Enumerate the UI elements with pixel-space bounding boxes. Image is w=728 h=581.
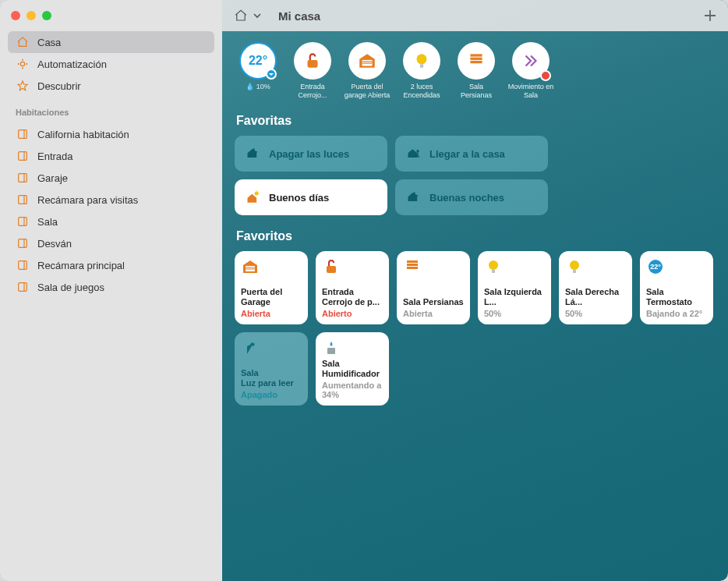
sidebar-section-rooms: Habitaciones <box>0 97 222 120</box>
minimize-window-button[interactable] <box>27 11 36 20</box>
home-selector[interactable] <box>233 9 261 23</box>
sidebar-room-item[interactable]: California habitación <box>8 123 214 145</box>
sidebar-room-item[interactable]: Recámara principal <box>8 254 214 276</box>
page-title: Mi casa <box>278 9 320 23</box>
status-chip[interactable]: Movimiento en Sala <box>507 42 554 100</box>
bulb-icon <box>565 257 626 278</box>
accessory-status: Abierto <box>322 309 383 318</box>
room-icon <box>16 193 30 207</box>
svg-point-20 <box>416 150 419 152</box>
blinds-icon <box>458 42 495 80</box>
svg-rect-36 <box>327 348 335 354</box>
status-chip[interactable]: Puerta del garage Abierta <box>344 42 391 100</box>
accessory-status: Bajando a 22° <box>646 309 707 318</box>
scene-label: Llegar a la casa <box>429 148 505 160</box>
sidebar-rooms: California habitaciónEntradaGarajeRecáma… <box>0 120 222 298</box>
lamp-icon <box>241 338 302 359</box>
scene-button[interactable]: Llegar a la casa <box>395 136 548 172</box>
window-traffic-lights <box>0 0 222 28</box>
motion-icon <box>512 42 550 80</box>
scene-icon <box>406 146 422 161</box>
svg-rect-28 <box>407 264 418 266</box>
sidebar-item-label: Sala <box>37 216 58 228</box>
accessory-tile[interactable]: 22°Sala TermostatoBajando a 22° <box>640 251 713 324</box>
sidebar-room-item[interactable]: Sala de juegos <box>8 276 214 298</box>
sidebar-item-label: Casa <box>37 37 61 48</box>
sidebar-room-item[interactable]: Recámara para visitas <box>8 189 214 211</box>
scene-button[interactable]: Buenos días <box>235 179 387 215</box>
thermo-icon: 22° <box>646 257 707 278</box>
sidebar-room-item[interactable]: Sala <box>8 211 214 232</box>
sidebar-item-label: Recámara para visitas <box>37 194 138 206</box>
svg-rect-5 <box>19 130 27 139</box>
sidebar-item-descubrir[interactable]: Descubrir <box>8 75 214 97</box>
sidebar-item-automatización[interactable]: Automatización <box>8 53 214 75</box>
auto-icon <box>16 57 30 71</box>
accessory-tile[interactable]: SalaLuz para leerApagado <box>235 332 308 406</box>
status-chip-label: Puerta del garage Abierta <box>344 83 391 100</box>
sidebar-item-casa[interactable]: Casa <box>8 31 214 53</box>
content: 22°💧 10%Entrada Cerrojo... AbiertoPuerta… <box>222 31 728 416</box>
sidebar-room-item[interactable]: Entrada <box>8 145 214 167</box>
garage-icon <box>348 42 386 80</box>
favorites-grid: Puerta del GarageAbiertaEntrada Cerrojo … <box>235 251 716 406</box>
scene-label: Buenos días <box>269 192 329 204</box>
accessory-status: 50% <box>565 309 626 318</box>
accessory-status: Aumentando a 34% <box>322 381 383 399</box>
svg-rect-11 <box>19 261 27 270</box>
bulb-icon <box>484 257 545 278</box>
close-window-button[interactable] <box>11 11 20 20</box>
accessory-tile[interactable]: Puerta del GarageAbierta <box>235 251 308 324</box>
app-window: CasaAutomatizaciónDescubrir Habitaciones… <box>0 0 728 581</box>
sidebar: CasaAutomatizaciónDescubrir Habitaciones… <box>0 0 222 581</box>
svg-text:22°: 22° <box>650 263 661 271</box>
accessory-status: 50% <box>484 309 545 318</box>
svg-point-1 <box>22 59 23 61</box>
scene-button[interactable]: Apagar las luces <box>235 136 387 172</box>
svg-point-32 <box>570 260 579 270</box>
home-icon <box>16 35 30 49</box>
accessory-name: Entrada Cerrojo de p... <box>322 287 383 307</box>
scene-label: Buenas noches <box>429 192 504 204</box>
blinds-icon <box>403 257 464 278</box>
scenes-header: Favoritas <box>236 114 716 128</box>
accessory-tile[interactable]: Entrada Cerrojo de p...Abierto <box>316 251 389 324</box>
add-button[interactable] <box>703 9 717 23</box>
scene-label: Apagar las luces <box>269 148 349 160</box>
status-chip[interactable]: Sala Persianas Abierta <box>453 42 500 100</box>
sidebar-item-label: California habitación <box>37 129 129 140</box>
svg-rect-26 <box>327 266 336 273</box>
room-icon <box>16 280 30 294</box>
svg-point-2 <box>22 67 23 69</box>
main-pane: Mi casa 22°💧 10%Entrada Cerrojo... Abier… <box>222 0 728 581</box>
sidebar-nav: CasaAutomatizaciónDescubrir <box>0 28 222 97</box>
accessory-status: Apagado <box>241 390 302 399</box>
accessory-tile[interactable]: Sala Derecha Lá...50% <box>559 251 632 324</box>
svg-rect-7 <box>19 174 27 182</box>
status-temperature[interactable]: 22°💧 10% <box>235 42 281 100</box>
status-chip[interactable]: 2 luces Encendidas <box>398 42 445 100</box>
status-chip[interactable]: Entrada Cerrojo... Abierto <box>289 42 336 100</box>
sidebar-room-item[interactable]: Garaje <box>8 167 214 189</box>
accessory-tile[interactable]: Sala HumidificadorAumentando a 34% <box>316 332 389 406</box>
sidebar-item-label: Descubrir <box>37 80 81 92</box>
svg-point-30 <box>489 260 498 270</box>
home-icon <box>233 9 249 23</box>
chevron-down-icon <box>253 12 261 19</box>
zoom-window-button[interactable] <box>42 11 51 20</box>
status-chip-label: 2 luces Encendidas <box>398 83 445 100</box>
room-icon <box>16 171 30 185</box>
accessory-name: Sala Persianas <box>403 297 464 307</box>
favorites-header: Favoritos <box>236 229 716 243</box>
svg-rect-33 <box>573 270 576 273</box>
accessory-tile[interactable]: Sala PersianasAbierta <box>397 251 470 324</box>
accessory-status: Abierta <box>403 309 464 318</box>
humid-icon <box>322 338 383 359</box>
svg-rect-17 <box>470 54 482 56</box>
accessory-tile[interactable]: Sala Izquierda L...50% <box>478 251 551 324</box>
room-icon <box>16 127 30 141</box>
svg-point-15 <box>417 54 427 64</box>
scene-button[interactable]: Buenas noches <box>395 179 548 215</box>
scenes-grid: Apagar las lucesLlegar a la casaBuenos d… <box>235 136 716 215</box>
sidebar-room-item[interactable]: Desván <box>8 232 214 254</box>
